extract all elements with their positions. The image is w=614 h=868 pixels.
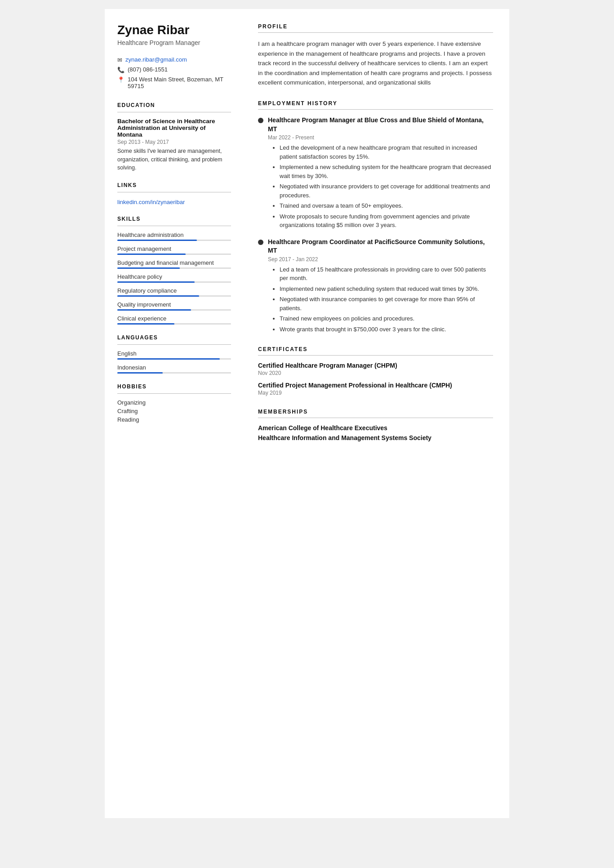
membership-entry: American College of Healthcare Executive… [258,424,493,432]
skills-list: Healthcare administration Project manage… [117,231,231,325]
candidate-title: Healthcare Program Manager [117,39,231,46]
main-content: PROFILE I am a healthcare program manage… [242,9,509,818]
skill-label: Healthcare administration [117,231,231,238]
skill-bar-bg [117,281,231,283]
language-item: English [117,350,231,360]
skill-label: Project management [117,245,231,252]
links-heading: LINKS [117,182,231,188]
skill-item: Budgeting and financial management [117,259,231,269]
education-divider [117,112,231,112]
skill-bar-bg [117,254,231,255]
skill-label: Quality improvement [117,301,231,308]
job-bullets: Led a team of 15 healthcare professional… [273,265,493,334]
skill-bar-fill [117,254,186,255]
memberships-heading: MEMBERSHIPS [258,409,493,415]
education-section: EDUCATION Bachelor of Science in Healthc… [117,102,231,172]
hobby-item: Organizing [117,399,231,406]
contact-email: ✉ zynae.ribar@gmail.com [117,56,231,63]
employment-divider [258,109,493,110]
certificates-section: CERTIFICATES Certified Healthcare Progra… [258,346,493,396]
job-title-row: Healthcare Program Manager at Blue Cross… [258,116,493,134]
language-bar-fill [117,358,220,360]
cert-date: May 2019 [258,390,493,396]
candidate-name: Zynae Ribar [117,23,231,37]
skill-item: Project management [117,245,231,255]
skill-item: Clinical experience [117,315,231,325]
skill-bar-bg [117,295,231,297]
hobbies-list: OrganizingCraftingReading [117,399,231,423]
membership-entry: Healthcare Information and Management Sy… [258,434,493,441]
hobby-item: Reading [117,416,231,423]
skill-label: Healthcare policy [117,273,231,280]
skill-bar-bg [117,309,231,311]
skill-bar-fill [117,309,191,311]
language-bar-fill [117,372,163,374]
job-title: Healthcare Program Manager at Blue Cross… [268,116,493,134]
job-bullet: Trained new employees on policies and pr… [280,314,493,323]
certificates-divider [258,355,493,356]
language-label: Indonesian [117,364,231,371]
skill-bar-bg [117,240,231,241]
memberships-divider [258,418,493,418]
email-icon: ✉ [117,57,122,63]
skill-item: Healthcare policy [117,273,231,283]
hobby-item: Crafting [117,408,231,414]
linkedin-link[interactable]: linkedin.com/in/zynaeribar [117,199,185,205]
employment-section: EMPLOYMENT HISTORY Healthcare Program Ma… [258,100,493,334]
skill-bar-bg [117,267,231,269]
language-bar-bg [117,358,231,360]
language-bar-bg [117,372,231,374]
links-list: linkedin.com/in/zynaeribar [117,198,231,206]
location-icon: 📍 [117,76,125,83]
skills-divider [117,226,231,226]
contact-list: ✉ zynae.ribar@gmail.com 📞 (807) 086-1551… [117,56,231,89]
skill-item: Regulatory compliance [117,287,231,297]
skill-item: Quality improvement [117,301,231,311]
job-bullet: Led the development of a new healthcare … [280,143,493,161]
phone-icon: 📞 [117,67,125,73]
profile-heading: PROFILE [258,23,493,30]
skill-item: Healthcare administration [117,231,231,241]
skill-label: Clinical experience [117,315,231,322]
job-title-row: Healthcare Program Coordinator at Pacifi… [258,238,493,255]
skill-label: Budgeting and financial management [117,259,231,266]
cert-entry: Certified Healthcare Program Manager (CH… [258,362,493,376]
education-description: Some skills I've learned are management,… [117,147,231,172]
links-section: LINKS linkedin.com/in/zynaeribar [117,182,231,206]
contact-address: 📍 104 West Main Street, Bozeman, MT 5971… [117,76,231,89]
job-date: Mar 2022 - Present [268,134,493,141]
job-dot [258,240,263,245]
language-item: Indonesian [117,364,231,374]
education-date: Sep 2013 - May 2017 [117,139,231,145]
employment-heading: EMPLOYMENT HISTORY [258,100,493,107]
job-bullet: Implemented new patient scheduling syste… [280,285,493,294]
job-bullet: Wrote grants that brought in $750,000 ov… [280,325,493,334]
certificates-heading: CERTIFICATES [258,346,493,352]
job-entry: Healthcare Program Manager at Blue Cross… [258,116,493,230]
memberships-section: MEMBERSHIPS American College of Healthca… [258,409,493,441]
languages-section: LANGUAGES English Indonesian [117,334,231,374]
languages-list: English Indonesian [117,350,231,374]
job-bullets: Led the development of a new healthcare … [273,143,493,230]
job-dot [258,118,263,123]
hobbies-heading: HOBBIES [117,383,231,390]
memberships-list: American College of Healthcare Executive… [258,424,493,441]
skill-bar-fill [117,295,199,297]
skill-bar-fill [117,240,197,241]
certs-list: Certified Healthcare Program Manager (CH… [258,362,493,396]
profile-divider [258,32,493,33]
cert-name: Certified Project Management Professiona… [258,382,493,389]
job-bullet: Led a team of 15 healthcare professional… [280,265,493,283]
job-date: Sep 2017 - Jan 2022 [268,256,493,263]
job-bullet: Trained and oversaw a team of 50+ employ… [280,201,493,210]
profile-text: I am a healthcare program manager with o… [258,39,493,88]
profile-section: PROFILE I am a healthcare program manage… [258,23,493,88]
cert-date: Nov 2020 [258,370,493,376]
job-bullet: Wrote proposals to secure funding from g… [280,212,493,230]
cert-name: Certified Healthcare Program Manager (CH… [258,362,493,369]
resume-container: Zynae Ribar Healthcare Program Manager ✉… [105,9,509,818]
skill-bar-fill [117,323,174,325]
languages-divider [117,344,231,345]
job-bullet: Negotiated with insurance companies to g… [280,295,493,312]
language-label: English [117,350,231,357]
